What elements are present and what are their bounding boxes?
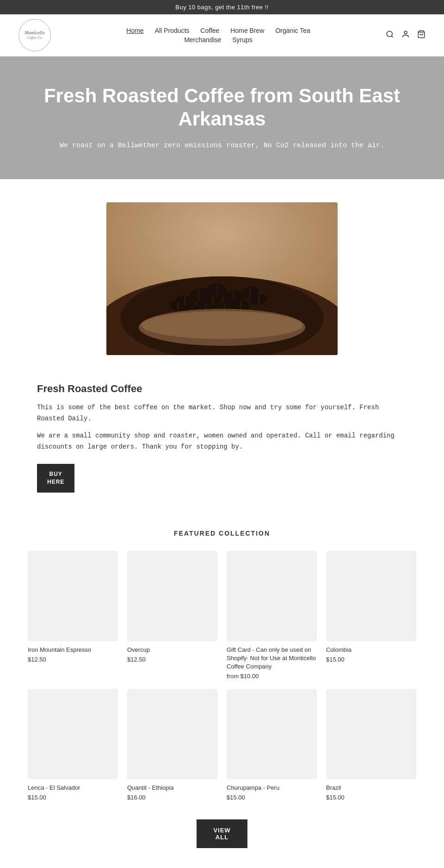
logo-text: Monticello — [25, 30, 44, 36]
product-card-iron-mountain[interactable]: Iron Mountain Espresso $12.50 — [28, 551, 118, 680]
announcement-text: Buy 10 bags, get the 11th free !! — [175, 4, 269, 11]
product-image-brazil — [326, 689, 416, 779]
logo-subtitle: Coffee Co. — [25, 36, 44, 40]
nav-row-2: Merchandise Syrups — [184, 36, 253, 44]
featured-collection: FEATURED COLLECTION Iron Mountain Espres… — [0, 511, 444, 868]
view-all-section: VIEWALL — [28, 810, 416, 867]
nav-coffee[interactable]: Coffee — [200, 27, 219, 34]
view-all-button[interactable]: VIEWALL — [197, 819, 247, 848]
product-price-gift-card: from $10.00 — [227, 673, 317, 680]
product-name-gift-card: Gift Card - Can only be used on Shopify·… — [227, 646, 317, 671]
product-price-overcup: $12.50 — [127, 656, 217, 663]
product-name-brazil: Brazil — [326, 784, 416, 792]
product-card-gift-card[interactable]: Gift Card - Can only be used on Shopify·… — [227, 551, 317, 680]
nav-row-1: Home All Products Coffee Home Brew Organ… — [126, 27, 310, 34]
product-image-quantit — [127, 689, 217, 779]
hero-section: Fresh Roasted Coffee from South East Ark… — [0, 56, 444, 179]
hero-title: Fresh Roasted Coffee from South East Ark… — [18, 84, 426, 131]
cart-button[interactable] — [417, 30, 426, 41]
announcement-bar: Buy 10 bags, get the 11th free !! — [0, 0, 444, 14]
product-image-churupampa — [227, 689, 317, 779]
header-icons — [386, 30, 426, 41]
svg-point-32 — [141, 311, 303, 339]
product-card-churupampa[interactable]: Churupampa - Peru $15.00 — [227, 689, 317, 801]
product-image-gift-card — [227, 551, 317, 641]
main-nav: Home All Products Coffee Home Brew Organ… — [126, 27, 310, 44]
nav-home-brew[interactable]: Home Brew — [230, 27, 264, 34]
content-para2: We are a small community shop and roaste… — [37, 431, 407, 453]
featured-title: FEATURED COLLECTION — [28, 530, 416, 537]
product-price-colombia: $15.00 — [326, 656, 416, 663]
product-name-colombia: Colombia — [326, 646, 416, 654]
nav-all-products[interactable]: All Products — [155, 27, 190, 34]
user-icon — [401, 31, 410, 40]
product-name-overcup: Overcup — [127, 646, 217, 654]
nav-merchandise[interactable]: Merchandise — [184, 36, 221, 44]
product-price-churupampa: $15.00 — [227, 794, 317, 801]
content-title: Fresh Roasted Coffee — [37, 383, 407, 395]
product-image-overcup — [127, 551, 217, 641]
logo-area[interactable]: Monticello Coffee Co. — [18, 19, 51, 51]
product-card-brazil[interactable]: Brazil $15.00 — [326, 689, 416, 801]
product-price-lenca: $15.00 — [28, 794, 118, 801]
nav-organic-tea[interactable]: Organic Tea — [275, 27, 310, 34]
product-image-lenca — [28, 689, 118, 779]
coffee-beans-visual — [106, 202, 338, 355]
products-grid-row1: Iron Mountain Espresso $12.50 Overcup $1… — [28, 551, 416, 680]
product-price-iron-mountain: $12.50 — [28, 656, 118, 663]
content-section: Fresh Roasted Coffee This is some of the… — [0, 369, 444, 511]
site-header: Monticello Coffee Co. Home All Products … — [0, 14, 444, 56]
product-name-lenca: Lenca - El Salvador — [28, 784, 118, 792]
search-icon — [386, 31, 394, 40]
product-image-colombia — [326, 551, 416, 641]
buy-here-button[interactable]: BUYHERE — [37, 464, 74, 493]
hero-subtitle: We roast on a Bellwether zero emissions … — [18, 140, 426, 151]
product-name-quantit: Quantit - Ethiopia — [127, 784, 217, 792]
coffee-image-section — [0, 179, 444, 369]
product-card-quantit[interactable]: Quantit - Ethiopia $16.00 — [127, 689, 217, 801]
cart-icon — [417, 31, 426, 40]
product-price-quantit: $16.00 — [127, 794, 217, 801]
svg-point-2 — [404, 31, 407, 34]
content-para1: This is some of the best coffee on the m… — [37, 402, 407, 425]
svg-point-0 — [387, 31, 392, 37]
nav-syrups[interactable]: Syrups — [232, 36, 253, 44]
logo: Monticello Coffee Co. — [18, 19, 51, 51]
product-card-overcup[interactable]: Overcup $12.50 — [127, 551, 217, 680]
product-name-churupampa: Churupampa - Peru — [227, 784, 317, 792]
nav-home[interactable]: Home — [126, 27, 143, 34]
coffee-image — [106, 202, 338, 355]
product-card-colombia[interactable]: Colombia $15.00 — [326, 551, 416, 680]
product-image-iron-mountain — [28, 551, 118, 641]
product-price-brazil: $15.00 — [326, 794, 416, 801]
user-button[interactable] — [401, 30, 410, 41]
search-button[interactable] — [386, 30, 394, 41]
product-name-iron-mountain: Iron Mountain Espresso — [28, 646, 118, 654]
product-card-lenca[interactable]: Lenca - El Salvador $15.00 — [28, 689, 118, 801]
svg-line-1 — [391, 36, 393, 37]
products-grid-row2: Lenca - El Salvador $15.00 Quantit - Eth… — [28, 689, 416, 801]
